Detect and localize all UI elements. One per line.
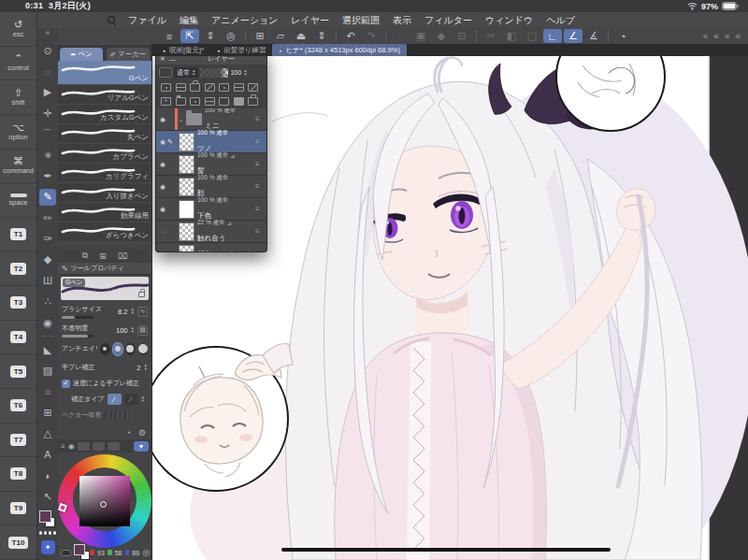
- document-tab[interactable]: ヒナ* (3248 x 4513px 600dpi 68.9%): [272, 44, 407, 56]
- fill-icon[interactable]: ◆: [432, 29, 451, 43]
- bucket-tool-icon[interactable]: ◣: [39, 341, 56, 358]
- layer-visibility-icon[interactable]: [158, 138, 167, 146]
- key-t5[interactable]: T5: [0, 354, 36, 389]
- layer-menu-icon[interactable]: ≡: [255, 137, 266, 146]
- ruler-tool-icon[interactable]: △: [39, 425, 56, 442]
- layer-visibility-icon[interactable]: [158, 161, 167, 168]
- layer-combine-icon[interactable]: [159, 67, 172, 78]
- menu-item[interactable]: アニメーション: [211, 14, 278, 27]
- brushpen-tool-icon[interactable]: ✑: [39, 231, 56, 248]
- key-option[interactable]: ⌥ option: [0, 115, 36, 150]
- operation-tool-icon[interactable]: ↖: [39, 488, 56, 505]
- menu-item[interactable]: ウィンドウ: [485, 14, 533, 27]
- brush-size-value[interactable]: 8.2: [118, 308, 127, 316]
- airbrush-tool-icon[interactable]: ∴: [39, 294, 56, 310]
- key-t3[interactable]: T3: [0, 286, 36, 321]
- layer-visibility-icon[interactable]: [158, 183, 167, 191]
- pen-item[interactable]: 丸ペン: [58, 124, 151, 144]
- collapse-arrow-icon[interactable]: «: [703, 31, 709, 41]
- correction-type-a-icon[interactable]: ∕: [108, 394, 122, 405]
- duplicate-layer-icon[interactable]: [219, 97, 229, 106]
- layer-thumbnail[interactable]: [179, 133, 194, 151]
- figure-tool-icon[interactable]: ○: [39, 383, 56, 400]
- opacity-slider[interactable]: [62, 335, 94, 337]
- gesture-icon[interactable]: ◎: [222, 29, 240, 43]
- pen-item[interactable]: カスタムGペン: [58, 105, 151, 124]
- snap-ruler-icon[interactable]: ∟: [543, 29, 562, 43]
- pan-mode-icon[interactable]: ⇱: [180, 29, 199, 43]
- menu-item[interactable]: ヘルプ: [546, 14, 575, 27]
- key-space[interactable]: space: [0, 183, 36, 218]
- move-tool-icon[interactable]: ✛: [39, 105, 56, 122]
- 顔[interactable]: ⌄ 100 % 通常 顔 ≡: [156, 176, 266, 198]
- key-shift[interactable]: ⇧ shift: [0, 80, 36, 115]
- selection-tool-icon[interactable]: ◌: [39, 64, 56, 80]
- brush-size-dynamics-icon[interactable]: ∿: [137, 307, 148, 317]
- color-tab-2[interactable]: [93, 442, 105, 451]
- object-select-tool-icon[interactable]: ▶: [39, 84, 56, 101]
- speed-stabilize-checkbox[interactable]: ✓: [62, 380, 70, 388]
- lasso-tool-icon[interactable]: ⌒: [39, 126, 56, 143]
- transfer-down-icon[interactable]: [190, 97, 200, 106]
- zoom-tool-icon[interactable]: ⊙: [39, 42, 56, 59]
- layer-opacity-slider[interactable]: [200, 68, 228, 78]
- layer-thumbnail[interactable]: [179, 223, 194, 241]
- layer-visibility-icon[interactable]: [158, 228, 167, 235]
- layer-opacity-value[interactable]: 100: [230, 69, 241, 76]
- blend-mode-select[interactable]: 通常 ▲▼: [174, 67, 198, 78]
- layer-menu-icon[interactable]: ≡: [255, 205, 266, 213]
- layer-visibility-icon[interactable]: [158, 251, 167, 252]
- document-tab[interactable]: 呪術[復元]*: [156, 44, 210, 56]
- pen-item[interactable]: Gペン: [58, 61, 151, 85]
- correction-type-stepper[interactable]: ▲▼: [141, 395, 145, 403]
- lock-transparent-icon[interactable]: [205, 83, 215, 92]
- color-swatches[interactable]: [39, 510, 56, 527]
- subtool-tab[interactable]: ✐ マーカー: [107, 48, 150, 61]
- layer-visibility-icon[interactable]: [158, 206, 167, 213]
- menu-item[interactable]: レイヤー: [291, 14, 329, 27]
- toolbar-expand-icon[interactable]: ⇕: [201, 29, 220, 43]
- 下色[interactable]: ⌄ 100 % 通常 下色 ≡: [156, 198, 266, 221]
- snap-special-ruler-icon[interactable]: ∠: [564, 29, 583, 43]
- balloon-tool-icon[interactable]: ◗: [39, 467, 56, 484]
- layer-menu-icon[interactable]: ≡: [255, 182, 266, 191]
- pencil-tool-icon[interactable]: ✏: [39, 209, 56, 226]
- opacity-stepper[interactable]: ▲▼: [131, 326, 135, 334]
- delete-subtool-icon[interactable]: ⌧: [118, 251, 127, 261]
- layer-menu-icon[interactable]: ≡: [255, 250, 266, 251]
- menu-item[interactable]: フィルター: [424, 14, 472, 27]
- export-icon[interactable]: ⏏: [292, 29, 310, 43]
- pen-tool-icon[interactable]: ✎: [39, 189, 56, 206]
- tone-icon[interactable]: ◧: [502, 29, 521, 43]
- reset-settings-icon[interactable]: ◔: [125, 428, 130, 438]
- brush-size-stepper[interactable]: ▲▼: [131, 308, 135, 315]
- wand-tool-icon[interactable]: ✳: [39, 147, 56, 164]
- key-control[interactable]: ⌃ control: [0, 47, 36, 81]
- new-canvas-icon[interactable]: ⊞: [251, 29, 269, 43]
- stabilize-stepper[interactable]: ▲▼: [144, 364, 148, 371]
- clip-studio-badge-icon[interactable]: ✦: [41, 540, 55, 554]
- brush-size-slider[interactable]: [62, 316, 94, 319]
- blend-tool-icon[interactable]: ◉: [39, 314, 56, 331]
- gradient-tool-icon[interactable]: ▨: [39, 363, 56, 380]
- advanced-settings-icon[interactable]: ⚙: [138, 428, 146, 438]
- key-t2[interactable]: T2: [0, 251, 36, 286]
- pen-item[interactable]: カブラペン: [58, 144, 151, 164]
- opacity-dynamics-icon[interactable]: ▧: [137, 325, 148, 336]
- opacity-value[interactable]: 100: [116, 326, 128, 335]
- copy-icon[interactable]: ▣: [411, 29, 430, 43]
- pen-item[interactable]: カリグラフィ: [58, 164, 151, 183]
- ミニ[interactable]: ⌄ 100 % 通常 ミニ ≡: [156, 108, 266, 131]
- open-file-icon[interactable]: ▱: [271, 29, 290, 43]
- color-set-dots[interactable]: [39, 531, 57, 535]
- layer-menu-icon[interactable]: ≡: [255, 115, 266, 123]
- menu-item[interactable]: 編集: [180, 14, 198, 27]
- layer-thumbnail[interactable]: [179, 178, 194, 196]
- color-wheel-tab-icon[interactable]: ◉: [68, 442, 75, 451]
- new-layer-icon[interactable]: [161, 97, 171, 106]
- tonal-correction-icon[interactable]: [176, 83, 186, 92]
- mask-icon[interactable]: ▢: [523, 29, 541, 43]
- stabilize-value[interactable]: 2: [137, 364, 140, 372]
- undo-icon[interactable]: ↶: [341, 29, 360, 43]
- add-subtool-icon[interactable]: ⊞: [99, 251, 107, 261]
